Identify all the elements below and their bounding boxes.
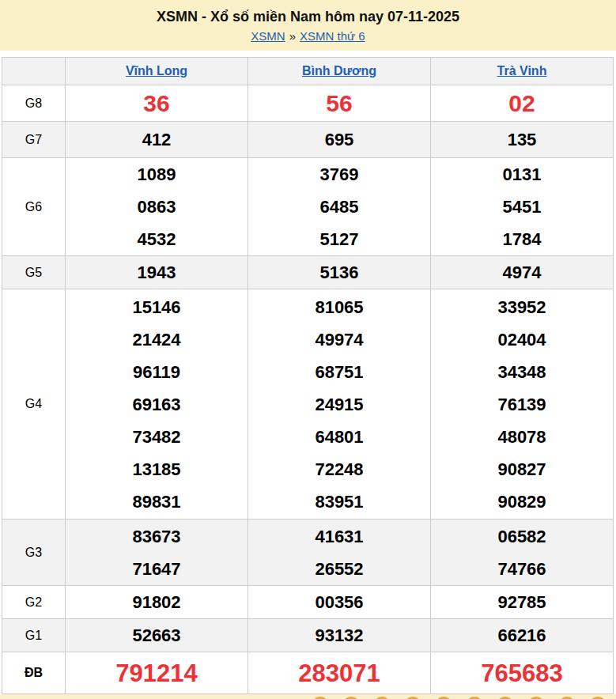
- prize-number: 765683: [431, 653, 613, 693]
- prize-number: 00356: [248, 586, 430, 618]
- prize-number: 89831: [66, 486, 248, 518]
- prize-number: 0863: [66, 191, 248, 223]
- prize-number: 36: [66, 85, 248, 121]
- prize-number: 96119: [66, 356, 248, 388]
- prize-cell: 33952024043434876139480789082790829: [431, 289, 614, 520]
- prize-row: G5194351364974: [2, 256, 614, 289]
- prize-column-header-empty: [2, 58, 66, 85]
- prize-cell: 92785: [431, 586, 614, 619]
- prize-number: 52663: [66, 619, 248, 652]
- prize-label: G8: [2, 85, 66, 122]
- prize-number: 0131: [431, 158, 613, 191]
- prize-row: G6108908634532376964855127013154511784: [2, 158, 614, 256]
- prize-row: G8365602: [2, 85, 614, 122]
- page-header-banner: XSMN - Xổ số miền Nam hôm nay 07-11-2025…: [0, 0, 616, 51]
- prize-number: 21424: [66, 323, 248, 356]
- prize-number: 1784: [431, 223, 613, 255]
- prize-number: 91802: [66, 586, 248, 618]
- prize-number: 66216: [431, 619, 613, 652]
- breadcrumb-separator: »: [289, 29, 296, 43]
- prize-number: 6485: [248, 191, 430, 223]
- prize-number: 83673: [66, 520, 248, 553]
- prize-cell: 4163126552: [248, 520, 431, 586]
- prize-number: 72248: [248, 453, 430, 486]
- prize-row: G3836737164741631265520658274766: [2, 520, 614, 586]
- prize-number: 412: [66, 123, 248, 156]
- prize-number: 02: [431, 85, 613, 121]
- prize-row: ĐB791214283071765683: [2, 652, 614, 694]
- prize-cell: 695: [248, 122, 431, 158]
- prize-cell: 8367371647: [66, 520, 248, 586]
- prize-number: 41631: [248, 520, 430, 553]
- prize-number: 90829: [431, 486, 613, 518]
- prize-number: 5136: [248, 256, 430, 289]
- prize-cell: 013154511784: [431, 158, 614, 256]
- prize-label: G7: [2, 122, 66, 158]
- province-link[interactable]: Trà Vinh: [497, 64, 547, 77]
- prize-cell: 5136: [248, 256, 431, 289]
- province-column-header: Trà Vinh: [431, 58, 614, 85]
- prize-cell: 02: [431, 85, 614, 122]
- prize-cell: 1943: [66, 256, 248, 289]
- prize-cell: 81065499746875124915648017224883951: [248, 289, 431, 520]
- prize-cell: 791214: [66, 652, 248, 694]
- breadcrumb: XSMN»XSMN thứ 6: [251, 29, 365, 43]
- prize-number: 69163: [66, 388, 248, 421]
- bottom-banner-strip: [0, 694, 616, 699]
- prize-label: G1: [2, 619, 66, 652]
- prize-cell: 135: [431, 122, 614, 158]
- prize-number: 26552: [248, 553, 430, 585]
- prize-number: 5127: [248, 223, 430, 255]
- prize-cell: 283071: [248, 652, 431, 694]
- prize-row: G2918020035692785: [2, 586, 614, 619]
- prize-label: ĐB: [2, 652, 66, 694]
- prize-number: 90827: [431, 453, 613, 486]
- prize-label: G4: [2, 289, 66, 520]
- province-link[interactable]: Vĩnh Long: [126, 64, 187, 77]
- province-column-header: Vĩnh Long: [66, 58, 248, 85]
- prize-number: 81065: [248, 291, 430, 323]
- prize-cell: 376964855127: [248, 158, 431, 256]
- prize-cell: 36: [66, 85, 248, 122]
- results-table-body: G8365602G7412695135G61089086345323769648…: [2, 85, 614, 694]
- prize-number: 283071: [248, 653, 430, 693]
- prize-number: 695: [248, 123, 430, 156]
- prize-number: 76139: [431, 388, 613, 421]
- prize-cell: 4974: [431, 256, 614, 289]
- prize-number: 791214: [66, 653, 248, 693]
- results-table-head: Vĩnh LongBình DươngTrà Vinh: [2, 58, 614, 85]
- prize-number: 92785: [431, 586, 613, 618]
- prize-cell: 56: [248, 85, 431, 122]
- prize-row: G415146214249611969163734821318589831810…: [2, 289, 614, 520]
- prize-number: 93132: [248, 619, 430, 652]
- prize-number: 06582: [431, 520, 613, 553]
- breadcrumb-link-xsmn-thu-6[interactable]: XSMN thứ 6: [300, 29, 365, 43]
- prize-number: 33952: [431, 291, 613, 323]
- prize-number: 49974: [248, 323, 430, 356]
- prize-label: G6: [2, 158, 66, 256]
- prize-cell: 93132: [248, 619, 431, 652]
- lottery-results-table: Vĩnh LongBình DươngTrà Vinh G8365602G741…: [2, 57, 614, 694]
- prize-row: G1526639313266216: [2, 619, 614, 652]
- prize-number: 34348: [431, 356, 613, 388]
- prize-label: G3: [2, 520, 66, 586]
- prize-number: 135: [431, 123, 613, 156]
- prize-cell: 66216: [431, 619, 614, 652]
- prize-number: 71647: [66, 553, 248, 585]
- prize-cell: 412: [66, 122, 248, 158]
- prize-label: G5: [2, 256, 66, 289]
- breadcrumb-link-xsmn[interactable]: XSMN: [251, 29, 285, 43]
- prize-row: G7412695135: [2, 122, 614, 158]
- prize-cell: 00356: [248, 586, 431, 619]
- prize-number: 13185: [66, 453, 248, 486]
- prize-number: 15146: [66, 291, 248, 323]
- prize-cell: 52663: [66, 619, 248, 652]
- prize-cell: 108908634532: [66, 158, 248, 256]
- province-header-row: Vĩnh LongBình DươngTrà Vinh: [2, 58, 614, 85]
- page-title: XSMN - Xổ số miền Nam hôm nay 07-11-2025: [157, 8, 459, 25]
- prize-number: 56: [248, 85, 430, 121]
- province-column-header: Bình Dương: [248, 58, 431, 85]
- province-link[interactable]: Bình Dương: [302, 64, 376, 77]
- prize-number: 1943: [66, 256, 248, 289]
- prize-number: 64801: [248, 421, 430, 453]
